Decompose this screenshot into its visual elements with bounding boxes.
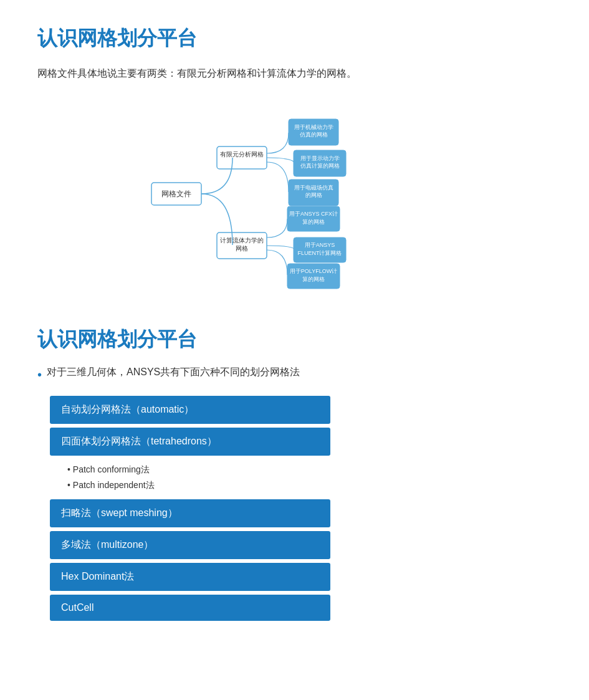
svg-rect-2: [217, 146, 267, 169]
method-box-4: 多域法（multizone）: [50, 531, 330, 559]
svg-text:算的网格: 算的网格: [302, 276, 325, 282]
svg-text:有限元分析网格: 有限元分析网格: [220, 151, 264, 158]
method-label-1: 自动划分网格法（automatic）: [61, 404, 194, 415]
method-label-5: Hex Dominant法: [61, 571, 134, 582]
bullet-dot-icon: •: [37, 366, 42, 383]
section2: 认识网格划分平台 • 对于三维几何体，ANSYS共有下面六种不同的划分网格法 自…: [37, 326, 552, 625]
sub-items-container: Patch conforming法 Patch independent法: [50, 459, 330, 496]
sub-items-list: Patch conforming法 Patch independent法: [61, 462, 319, 493]
svg-text:算的网格: 算的网格: [302, 219, 325, 225]
svg-text:用于显示动力学: 用于显示动力学: [300, 155, 339, 161]
method-box-3: 扫略法（swept meshing）: [50, 499, 330, 527]
svg-text:用于ANSYS: 用于ANSYS: [304, 242, 335, 248]
mindmap-svg: 网格文件 有限元分析网格 用于机械动力学 仿真的网格: [133, 102, 457, 301]
methods-list: 自动划分网格法（automatic） 四面体划分网格法（tetrahedrons…: [50, 396, 330, 625]
section1-title: 认识网格划分平台: [37, 25, 552, 52]
method-box-6: CutCell: [50, 595, 330, 621]
method-box-1: 自动划分网格法（automatic）: [50, 396, 330, 424]
svg-text:仿真计算的网格: 仿真计算的网格: [299, 163, 339, 169]
svg-text:用于机械动力学: 用于机械动力学: [294, 124, 333, 130]
bullet-text-content: 对于三维几何体，ANSYS共有下面六种不同的划分网格法: [47, 366, 300, 379]
svg-text:用于电磁场仿真: 用于电磁场仿真: [294, 185, 333, 191]
method-label-6: CutCell: [61, 602, 93, 613]
method-box-5: Hex Dominant法: [50, 563, 330, 591]
svg-text:用于POLYFLOW计: 用于POLYFLOW计: [289, 268, 337, 274]
mindmap-container: 网格文件 有限元分析网格 用于机械动力学 仿真的网格: [37, 102, 552, 301]
method-label-4: 多域法（multizone）: [61, 539, 153, 550]
svg-text:仿真的网格: 仿真的网格: [299, 132, 327, 138]
svg-text:网格: 网格: [236, 245, 248, 252]
svg-text:的网格: 的网格: [305, 192, 322, 198]
bullet-point: • 对于三维几何体，ANSYS共有下面六种不同的划分网格法: [37, 366, 552, 383]
sub-item-2: Patch independent法: [67, 477, 319, 493]
svg-text:计算流体力学的: 计算流体力学的: [220, 237, 264, 244]
svg-text:FLUENT计算网格: FLUENT计算网格: [297, 250, 342, 256]
svg-text:网格文件: 网格文件: [161, 189, 191, 198]
page-container: 认识网格划分平台 网格文件具体地说主要有两类：有限元分析网格和计算流体力学的网格…: [0, 0, 589, 700]
method-box-2: 四面体划分网格法（tetrahedrons）: [50, 428, 330, 456]
intro-text: 网格文件具体地说主要有两类：有限元分析网格和计算流体力学的网格。: [37, 65, 552, 83]
section1: 认识网格划分平台 网格文件具体地说主要有两类：有限元分析网格和计算流体力学的网格…: [37, 25, 552, 301]
method-label-3: 扫略法（swept meshing）: [61, 507, 178, 518]
section2-title: 认识网格划分平台: [37, 326, 552, 353]
sub-item-1: Patch conforming法: [67, 462, 319, 477]
svg-text:用于ANSYS CFX计: 用于ANSYS CFX计: [289, 211, 337, 217]
method-label-2: 四面体划分网格法（tetrahedrons）: [61, 436, 217, 446]
